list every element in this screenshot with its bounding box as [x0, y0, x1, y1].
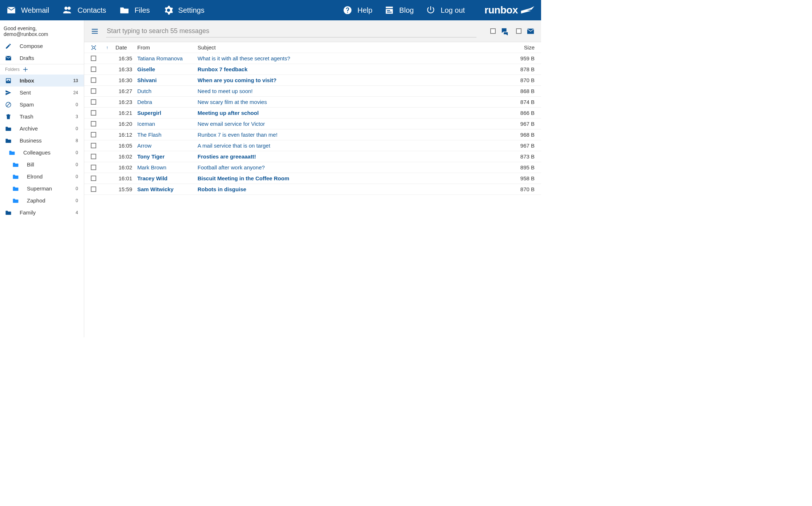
- sidebar: Good evening, demo@runbox.com Compose Dr…: [0, 20, 84, 337]
- compose-label: Compose: [20, 43, 43, 49]
- gear-icon: [164, 5, 173, 15]
- trash-icon: [5, 113, 12, 120]
- row-checkbox[interactable]: [91, 176, 96, 181]
- nav-contacts[interactable]: Contacts: [63, 5, 106, 15]
- row-check-cell: [91, 186, 106, 192]
- folders-label: Folders: [5, 67, 20, 72]
- folder-item-family[interactable]: Family4: [0, 206, 84, 218]
- logo[interactable]: runbox: [484, 4, 535, 16]
- folder-item-business[interactable]: Business8: [0, 134, 84, 146]
- table-row[interactable]: 16:21SupergirlMeeting up after school866…: [84, 108, 541, 119]
- row-checkbox[interactable]: [91, 143, 96, 148]
- folder-item-zaphod[interactable]: Zaphod0: [0, 194, 84, 206]
- row-checkbox[interactable]: [91, 56, 96, 61]
- column-date-label: Date: [115, 44, 137, 51]
- select-all-icon[interactable]: [91, 45, 97, 51]
- row-check-cell: [91, 121, 106, 126]
- row-from: Mark Brown: [137, 164, 198, 170]
- row-checkbox[interactable]: [91, 88, 96, 94]
- folder2-icon: [9, 149, 15, 156]
- column-size[interactable]: Size: [512, 44, 541, 51]
- row-checkbox[interactable]: [91, 165, 96, 170]
- folder-label: Elrond: [27, 173, 42, 180]
- folder-count: 8: [76, 138, 78, 143]
- column-subject[interactable]: Subject: [198, 44, 512, 51]
- inbox-icon: [5, 77, 12, 84]
- nav-help-label: Help: [357, 6, 372, 15]
- folder2-icon: [12, 197, 19, 204]
- row-checkbox[interactable]: [91, 154, 96, 159]
- row-size: 870 B: [512, 186, 541, 192]
- table-row[interactable]: 16:23DebraNew scary film at the movies87…: [84, 97, 541, 108]
- content: ↑ Date From Subject Size 16:35Tatiana Ro…: [84, 20, 541, 337]
- table-row[interactable]: 15:59Sam WitwickyRobots in disguise870 B: [84, 184, 541, 195]
- row-checkbox[interactable]: [91, 99, 96, 105]
- row-date: 16:12: [106, 132, 137, 138]
- folder-item-trash[interactable]: Trash3: [0, 111, 84, 123]
- table-row[interactable]: 16:02Mark BrownFootball after work anyon…: [84, 162, 541, 173]
- drafts-button[interactable]: Drafts: [0, 52, 84, 64]
- row-checkbox[interactable]: [91, 121, 96, 126]
- folder-item-elrond[interactable]: Elrond0: [0, 170, 84, 182]
- row-size: 895 B: [512, 164, 541, 170]
- compose-button[interactable]: Compose: [0, 40, 84, 52]
- nav-files[interactable]: Files: [120, 5, 150, 15]
- folder-item-bill[interactable]: Bill0: [0, 158, 84, 170]
- searchbar: [84, 20, 541, 42]
- table-row[interactable]: 16:35Tatiana RomanovaWhat is it with all…: [84, 53, 541, 64]
- nav-help[interactable]: Help: [343, 5, 372, 15]
- drafts-label: Drafts: [20, 55, 34, 61]
- folder-item-sent[interactable]: Sent24: [0, 87, 84, 99]
- row-checkbox[interactable]: [91, 67, 96, 72]
- folder2-icon: [12, 185, 19, 192]
- table-row[interactable]: 16:12The FlashRunbox 7 is even faster th…: [84, 129, 541, 140]
- row-from: Tracey Wild: [137, 175, 198, 181]
- help-icon: [343, 5, 352, 15]
- table-row[interactable]: 16:01Tracey WildBiscuit Meeting in the C…: [84, 173, 541, 184]
- nav-settings-label: Settings: [178, 6, 204, 15]
- nav-settings[interactable]: Settings: [164, 5, 204, 15]
- row-check-cell: [91, 154, 106, 159]
- menu-icon[interactable]: [91, 27, 99, 35]
- table-row[interactable]: 16:30ShivaniWhen are you coming to visit…: [84, 75, 541, 86]
- folder-label: Colleagues: [23, 149, 50, 156]
- row-date: 16:23: [106, 99, 137, 105]
- row-checkbox[interactable]: [91, 110, 96, 116]
- power-icon: [426, 5, 435, 15]
- row-date: 16:02: [106, 153, 137, 160]
- nav-logout[interactable]: Log out: [426, 5, 465, 15]
- mark-read-icon[interactable]: [527, 27, 535, 35]
- row-size: 870 B: [512, 77, 541, 83]
- folder-list: Inbox13Sent24Spam0Trash3Archive0Business…: [0, 75, 84, 218]
- svg-marker-0: [521, 6, 535, 13]
- table-row[interactable]: 16:02Tony TigerFrosties are greeaaatt!87…: [84, 151, 541, 162]
- table-row[interactable]: 16:20IcemanNew email service for Victor9…: [84, 119, 541, 129]
- row-size: 968 B: [512, 132, 541, 138]
- column-date[interactable]: ↑ Date: [106, 44, 137, 51]
- table-row[interactable]: 16:33GiselleRunbox 7 feedback878 B: [84, 64, 541, 75]
- nav-webmail[interactable]: Webmail: [7, 5, 49, 15]
- nav-blog[interactable]: Blog: [385, 5, 414, 15]
- folder-item-inbox[interactable]: Inbox13: [0, 75, 84, 87]
- folder-label: Business: [20, 137, 42, 144]
- folder-count: 3: [76, 114, 78, 119]
- column-from[interactable]: From: [137, 44, 198, 51]
- row-subject: Need to meet up soon!: [198, 88, 512, 94]
- folder-item-archive[interactable]: Archive0: [0, 123, 84, 134]
- search-input[interactable]: [106, 25, 476, 37]
- table-row[interactable]: 16:05ArrowA mail service that is on targ…: [84, 140, 541, 151]
- add-folder-icon[interactable]: [23, 67, 28, 72]
- folder2-icon: [5, 125, 12, 132]
- row-checkbox[interactable]: [91, 132, 96, 137]
- toggle-unread-checkbox[interactable]: [516, 28, 521, 34]
- thread-icon[interactable]: [501, 27, 509, 35]
- row-checkbox[interactable]: [91, 186, 96, 192]
- folder-item-colleagues[interactable]: Colleagues0: [0, 146, 84, 158]
- row-checkbox[interactable]: [91, 77, 96, 83]
- folder-item-superman[interactable]: Superman0: [0, 182, 84, 194]
- table-row[interactable]: 16:27DutchNeed to meet up soon!868 B: [84, 86, 541, 97]
- toggle-threads-checkbox[interactable]: [490, 28, 496, 34]
- row-subject: Football after work anyone?: [198, 164, 512, 170]
- folder-item-spam[interactable]: Spam0: [0, 99, 84, 111]
- row-from: The Flash: [137, 132, 198, 138]
